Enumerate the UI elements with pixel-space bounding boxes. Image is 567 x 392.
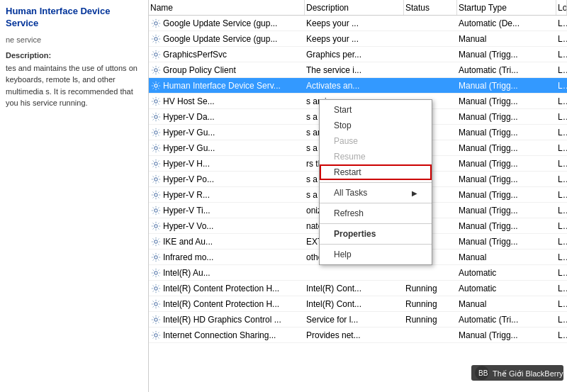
svg-point-11 (155, 193, 157, 196)
cell-service-desc: Graphics per... (305, 50, 404, 60)
cell-service-log: Loc (556, 284, 567, 293)
cell-service-log: Loc (556, 299, 567, 309)
cell-service-startup: Manual (Trigg... (457, 190, 556, 200)
menu-item-refresh[interactable]: Refresh (320, 206, 432, 221)
table-row[interactable]: Intel(R) Content Protection H... Intel(R… (149, 296, 567, 312)
cell-service-startup: Manual (Trigg... (457, 112, 556, 122)
table-row[interactable]: Google Update Service (gup... Keeps your… (149, 31, 567, 47)
cell-service-desc: Activates an... (305, 81, 404, 91)
cell-service-desc: Keeps your ... (305, 34, 404, 44)
svg-point-8 (155, 146, 157, 149)
cell-service-name: Hyper-V Po... (149, 174, 305, 185)
service-gear-icon (150, 49, 162, 60)
cell-service-name: Google Update Service (gup... (149, 33, 305, 45)
service-gear-icon (150, 330, 162, 341)
cell-service-startup: Manual (Trigg... (457, 330, 556, 340)
table-row[interactable]: Intel(R) Au... Automatic Loc (149, 265, 567, 281)
cell-service-log: Loc (556, 268, 567, 278)
service-subtitle: ne service (6, 35, 142, 44)
right-panel: Name Description Status Startup Type Log… (149, 0, 567, 392)
cell-service-name: GraphicsPerfSvc (149, 49, 305, 60)
cell-service-startup: Manual (Trigg... (457, 143, 556, 153)
svg-point-20 (155, 333, 157, 336)
cell-service-name: Hyper-V Gu... (149, 127, 305, 138)
context-menu: StartStopPauseResumeRestartAll Tasks▶Ref… (319, 99, 432, 265)
header-log: Log (556, 0, 567, 15)
table-row[interactable]: GraphicsPerfSvc Graphics per... Manual (… (149, 47, 567, 62)
service-gear-icon (150, 236, 162, 247)
service-gear-icon (150, 283, 162, 294)
cell-service-log: Loc (556, 330, 567, 340)
table-row[interactable]: Internet Connection Sharing... Provides … (149, 327, 567, 343)
cell-service-name: Hyper-V R... (149, 189, 305, 201)
cell-service-name: HV Host Se... (149, 96, 305, 107)
svg-point-14 (155, 240, 157, 242)
cell-service-desc: Intel(R) Cont... (305, 284, 404, 293)
service-title: Human Interface Device Service (6, 6, 142, 30)
cell-service-log: Loc (556, 50, 567, 60)
svg-point-6 (155, 115, 157, 118)
service-gear-icon (150, 189, 162, 201)
cell-service-startup: Manual (Trigg... (457, 81, 556, 91)
cell-service-desc: Provides net... (305, 330, 404, 340)
cell-service-log: Loc (556, 237, 567, 247)
header-status: Status (404, 0, 457, 15)
svg-point-15 (155, 255, 157, 258)
table-row[interactable]: Intel(R) Content Protection H... Intel(R… (149, 281, 567, 296)
table-row[interactable]: Intel(R) HD Graphics Control ... Service… (149, 312, 567, 327)
svg-point-10 (155, 177, 157, 180)
cell-service-log: Loc (556, 128, 567, 138)
svg-point-9 (155, 162, 157, 164)
cell-service-startup: Manual (Trigg... (457, 96, 556, 106)
cell-service-status: Running (404, 284, 457, 293)
cell-service-startup: Automatic (Tri... (457, 315, 556, 325)
service-gear-icon (150, 80, 162, 91)
cell-service-name: Intel(R) HD Graphics Control ... (149, 314, 305, 325)
table-row[interactable]: Group Policy Client The service i... Aut… (149, 62, 567, 78)
service-gear-icon (150, 252, 162, 263)
svg-point-1 (155, 37, 157, 40)
cell-service-startup: Manual (Trigg... (457, 174, 556, 184)
svg-point-3 (155, 68, 157, 71)
cell-service-log: Loc (556, 65, 567, 75)
svg-point-13 (155, 224, 157, 227)
cell-service-name: Group Policy Client (149, 65, 305, 76)
svg-text:BB: BB (478, 369, 488, 377)
menu-item-all-tasks[interactable]: All Tasks▶ (320, 185, 432, 201)
menu-separator (320, 244, 432, 245)
cell-service-log: Loc (556, 315, 567, 325)
cell-service-startup: Manual (Trigg... (457, 128, 556, 138)
cell-service-desc: Keeps your ... (305, 18, 404, 28)
cell-service-startup: Manual (Trigg... (457, 159, 556, 169)
cell-service-name: Intel(R) Au... (149, 267, 305, 279)
service-gear-icon (150, 65, 162, 76)
table-row[interactable]: Google Update Service (gup... Keeps your… (149, 16, 567, 31)
svg-point-0 (155, 21, 157, 24)
menu-item-start[interactable]: Start (320, 102, 432, 118)
cell-service-name: Google Update Service (gup... (149, 18, 305, 29)
cell-service-startup: Manual (Trigg... (457, 50, 556, 60)
service-gear-icon (150, 205, 162, 216)
cell-service-name: Infrared mo... (149, 252, 305, 263)
cell-service-log: Loc (556, 112, 567, 122)
service-gear-icon (150, 314, 162, 325)
svg-point-18 (155, 302, 157, 305)
menu-item-restart[interactable]: Restart (320, 164, 432, 180)
cell-service-log: Loc (556, 159, 567, 169)
cell-service-startup: Automatic (457, 284, 556, 293)
menu-item-help[interactable]: Help (320, 247, 432, 262)
header-description: Description (305, 0, 404, 15)
cell-service-name: Intel(R) Content Protection H... (149, 298, 305, 310)
menu-separator (320, 203, 432, 203)
menu-item-stop[interactable]: Stop (320, 118, 432, 133)
svg-point-4 (155, 84, 157, 86)
menu-item-properties[interactable]: Properties (320, 226, 432, 242)
service-gear-icon (150, 18, 162, 29)
cell-service-name: Hyper-V Da... (149, 111, 305, 123)
cell-service-name: Hyper-V Ti... (149, 205, 305, 216)
service-description: tes and maintains the use of uttons on k… (6, 62, 142, 109)
cell-service-log: Loc (556, 18, 567, 28)
table-row[interactable]: Human Interface Device Serv... Activates… (149, 78, 567, 94)
service-gear-icon (150, 174, 162, 185)
cell-service-startup: Manual (457, 299, 556, 309)
